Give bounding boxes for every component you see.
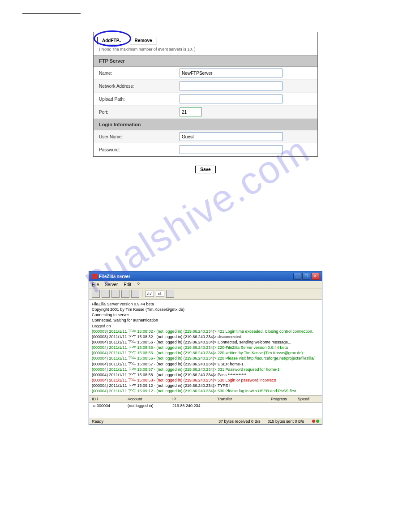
status-received: 37 bytes received 0 B/s <box>218 419 261 424</box>
ftp-server-header: FTP Server <box>94 55 317 67</box>
toolbar-icon-last[interactable] <box>166 290 174 298</box>
connections-header: ID / Account IP Transfer Progress Speed <box>89 396 322 403</box>
log-line: (000004) 2011/1/11 下午 15:08:58 - (not lo… <box>92 372 319 378</box>
status-bar: Ready 37 bytes received 0 B/s 315 bytes … <box>89 418 322 425</box>
save-row: Save <box>22 161 389 177</box>
remove-button[interactable]: Remove <box>130 37 157 44</box>
network-address-label: Network Address: <box>99 84 180 89</box>
name-input[interactable] <box>180 69 283 77</box>
name-label: Name: <box>99 71 180 76</box>
log-line: (000004) 2011/1/11 下午 15:08:56 - (not lo… <box>92 350 319 356</box>
save-button[interactable]: Save <box>195 166 215 173</box>
toolbar: /c/ cl. <box>89 288 322 300</box>
col-id[interactable]: ID / <box>92 397 128 401</box>
col-ip[interactable]: IP <box>172 397 217 401</box>
menu-help[interactable]: ? <box>137 282 140 287</box>
password-row: Password: <box>94 143 317 156</box>
add-ftp-button[interactable]: AddFTP.. <box>97 37 126 44</box>
toolbar-icon-1[interactable] <box>92 290 100 298</box>
password-label: Password: <box>99 147 180 152</box>
login-info-header: Login Information <box>94 119 317 130</box>
log-line: (000004) 2011/1/11 下午 15:08:58 - (not lo… <box>92 378 319 383</box>
log-line: Connected, waiting for authentication <box>92 317 319 323</box>
log-line: (000004) 2011/1/11 下午 15:08:57 - (not lo… <box>92 361 319 367</box>
network-address-input[interactable] <box>180 82 283 90</box>
port-input[interactable] <box>180 107 202 116</box>
col-account[interactable]: Account <box>128 397 172 401</box>
upload-path-label: Upload Path: <box>99 97 180 102</box>
app-icon <box>92 274 97 279</box>
groups-icon[interactable] <box>121 290 129 298</box>
title: FileZilla server <box>92 274 130 279</box>
menu-server[interactable]: Server <box>105 282 118 287</box>
minimize-button[interactable]: _ <box>293 273 301 280</box>
filezilla-window: FileZilla server _ □ × FFileile Server E… <box>89 271 322 425</box>
username-input[interactable] <box>180 132 283 141</box>
log-line: Copyright 2001 by Tim Kosse (Tim.Kosse@g… <box>92 307 319 312</box>
menu-bar: FFileile Server Edit ? <box>89 281 322 288</box>
status-leds <box>311 419 319 424</box>
users-icon[interactable] <box>111 290 120 298</box>
network-address-row: Network Address: <box>94 80 317 93</box>
status-ready: Ready <box>92 419 103 424</box>
password-input[interactable] <box>180 145 283 154</box>
led-red-icon <box>312 420 315 423</box>
log-line: (000004) 2011/1/11 下午 15:08:56 - (not lo… <box>92 356 319 361</box>
conn-ip: 219.86.240.234 <box>172 403 217 417</box>
title-text: FileZilla server <box>99 274 130 279</box>
connections-pane: ID / Account IP Transfer Progress Speed … <box>89 395 322 418</box>
username-row: User Name: <box>94 130 317 143</box>
led-green-icon <box>316 420 319 423</box>
button-row: AddFTP.. Remove <box>94 32 317 46</box>
close-button[interactable]: × <box>311 273 319 280</box>
log-line: (000003) 2011/1/11 下午 15:08:32 - (not lo… <box>92 329 319 334</box>
status-sent: 315 bytes sent 0 B/s <box>267 419 304 424</box>
heading-underline <box>22 13 81 14</box>
log-line: (000004) 2011/1/11 下午 15:09:12 - (not lo… <box>92 383 319 388</box>
conn-id: -o-000004 <box>92 403 128 417</box>
settings-icon[interactable] <box>131 290 139 298</box>
upload-path-input[interactable] <box>180 94 283 103</box>
toolbar-text-1[interactable]: /c/ <box>145 291 154 297</box>
upload-path-row: Upload Path: <box>94 93 317 106</box>
username-label: User Name: <box>99 134 180 139</box>
conn-account: (not logged in) <box>128 403 172 417</box>
log-line: FileZilla Server version 0.9.44 beta <box>92 301 319 307</box>
name-row: Name: <box>94 67 317 80</box>
log-pane[interactable]: FileZilla Server version 0.9.44 betaCopy… <box>89 300 322 395</box>
ftp-config-panel: AddFTP.. Remove ( Note: The maximum numb… <box>93 32 318 157</box>
log-line: (000004) 2011/1/11 下午 15:08:56 - (not lo… <box>92 339 319 345</box>
toolbar-text-2[interactable]: cl. <box>156 291 164 297</box>
port-label: Port: <box>99 110 180 115</box>
connection-row[interactable]: -o-000004 (not logged in) 219.86.240.234 <box>89 403 322 418</box>
col-progress[interactable]: Progress <box>271 397 298 401</box>
col-transfer[interactable]: Transfer <box>217 397 271 401</box>
maximize-button[interactable]: □ <box>302 273 310 280</box>
lock-icon[interactable] <box>102 290 110 298</box>
col-speed[interactable]: Speed <box>298 397 320 401</box>
port-row: Port: <box>94 106 317 119</box>
log-line: (000004) 2011/1/11 下午 15:09:12 - (not lo… <box>92 388 319 394</box>
log-line: (000003) 2011/1/11 下午 15:08:32 - (not lo… <box>92 334 319 339</box>
log-line: (000004) 2011/1/11 下午 15:08:57 - (not lo… <box>92 367 319 372</box>
note-text: ( Note: The maximum number of event serv… <box>94 46 317 55</box>
menu-edit[interactable]: Edit <box>124 282 131 287</box>
log-line: (000004) 2011/1/11 下午 15:08:56 - (not lo… <box>92 345 319 350</box>
log-line: Connecting to server... <box>92 312 319 317</box>
toolbar-separator <box>142 290 142 297</box>
window-controls: _ □ × <box>293 273 319 280</box>
menu-file[interactable]: FFileile <box>92 282 99 287</box>
titlebar[interactable]: FileZilla server _ □ × <box>89 271 322 281</box>
log-line: Logged on <box>92 323 319 329</box>
